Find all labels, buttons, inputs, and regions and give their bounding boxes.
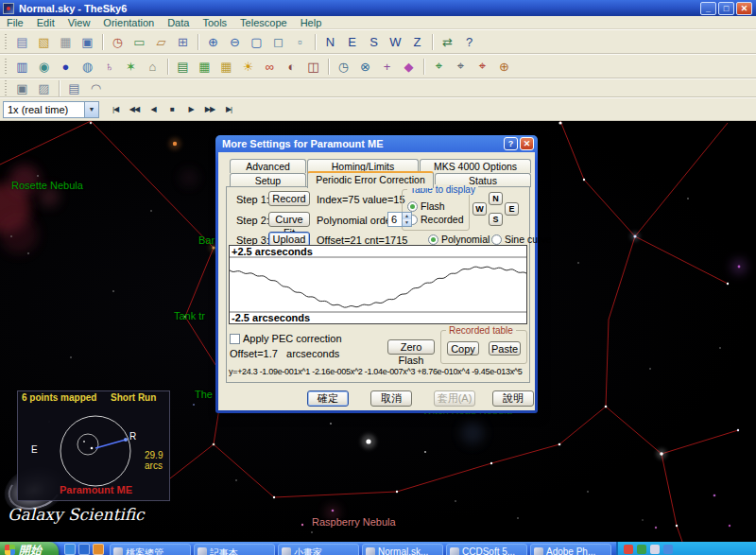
taskbar-task[interactable]: 檔案總管 (110, 544, 191, 555)
toolbar-grip[interactable] (5, 34, 7, 49)
time-stop-button[interactable]: ■ (163, 101, 180, 118)
cancel-button[interactable]: 取消 (370, 390, 412, 407)
look-north-icon[interactable]: N (320, 32, 340, 51)
menu-orientation[interactable]: Orientation (96, 17, 161, 28)
apply-button[interactable]: 套用(A) (434, 390, 475, 407)
look-zenith-icon[interactable]: Z (407, 32, 427, 51)
eclipse-icon[interactable]: ∞ (260, 57, 280, 76)
camera-icon[interactable]: ▣ (12, 78, 32, 97)
tab-setup[interactable]: Setup (230, 173, 306, 187)
ephemeris-icon[interactable]: ▦ (216, 57, 236, 76)
horizon-icon[interactable]: ⌂ (143, 57, 163, 76)
tray-network-icon[interactable] (663, 545, 673, 554)
spinner-arrows[interactable]: ▲ ▼ (402, 213, 411, 226)
jog-south-button[interactable]: S (489, 213, 503, 226)
labels-icon[interactable]: ▱ (151, 32, 171, 51)
constellations-icon[interactable]: ✶ (121, 57, 141, 76)
look-south-icon[interactable]: S (364, 32, 384, 51)
crosshair-icon[interactable]: ⊗ (355, 57, 375, 76)
tab-advanced[interactable]: Advanced (230, 159, 306, 173)
new-document-icon[interactable]: ▤ (12, 32, 32, 51)
close-button[interactable]: ✕ (736, 2, 752, 15)
spinner-up-icon[interactable]: ▲ (402, 213, 411, 219)
maximize-button[interactable]: □ (718, 2, 734, 15)
planets-icon[interactable]: ♄ (99, 57, 119, 76)
look-west-icon[interactable]: W (386, 32, 405, 51)
time-rate-combobox[interactable]: 1x (real time) ▼ (3, 101, 99, 118)
help-mode-icon[interactable]: ? (459, 32, 479, 51)
jog-north-button[interactable]: N (489, 192, 503, 205)
menu-telescope[interactable]: Telescope (233, 17, 294, 28)
moon-phase-icon[interactable]: ◐ (282, 57, 301, 76)
slew-icon[interactable]: ⌖ (472, 57, 492, 76)
tray-ime-icon[interactable] (624, 545, 633, 554)
mirror-image-icon[interactable]: ⇄ (438, 32, 457, 51)
time-rewind-button[interactable]: ◀◀ (126, 101, 143, 118)
look-east-icon[interactable]: E (342, 32, 362, 51)
open-file-icon[interactable]: ▧ (34, 32, 54, 51)
toolbar-grip[interactable] (5, 80, 7, 95)
apply-pec-checkbox[interactable] (230, 334, 240, 344)
binoculars-icon[interactable]: ◫ (303, 57, 323, 76)
reference-lines-icon[interactable]: ⊞ (173, 32, 193, 51)
menu-view[interactable]: View (61, 17, 97, 28)
polynomial-order-spinner[interactable]: 6 ▲ ▼ (387, 212, 412, 227)
curve-fit-button[interactable]: Curve Fit (268, 212, 310, 227)
focus-tools-icon[interactable]: ▤ (64, 78, 84, 97)
toolbar-grip[interactable] (5, 59, 7, 74)
polynomial-radio[interactable] (428, 234, 438, 245)
tab-mks-4000-options[interactable]: MKS 4000 Options (420, 159, 531, 173)
tray-antivirus-icon[interactable] (637, 545, 646, 554)
dialog-help-text-button[interactable]: 說明 (492, 390, 534, 407)
telescope-icon[interactable]: ⌖ (451, 57, 471, 76)
copy-button[interactable]: Copy (447, 341, 479, 356)
dialog-close-button[interactable]: ✕ (520, 137, 534, 150)
zero-flash-button[interactable]: Zero Flash (387, 339, 435, 355)
calendar-icon[interactable]: ▭ (129, 32, 149, 51)
menu-edit[interactable]: Edit (30, 17, 61, 28)
quick-launch-show-desktop-icon[interactable] (64, 544, 76, 555)
print-icon[interactable]: ▦ (56, 32, 76, 51)
record-button[interactable]: Record (268, 191, 310, 206)
time-skip-start-button[interactable]: |◀ (107, 101, 124, 118)
spinner-down-icon[interactable]: ▼ (402, 219, 411, 226)
taskbar-task[interactable]: 記事本 (194, 544, 275, 555)
time-skip-end-button[interactable]: ▶| (220, 101, 237, 118)
tray-volume-icon[interactable] (650, 545, 660, 554)
time-skip-icon[interactable]: ◷ (334, 57, 353, 76)
target-cross-icon[interactable]: + (377, 57, 397, 76)
dome-icon[interactable]: ◠ (86, 78, 106, 97)
jog-west-button[interactable]: W (472, 202, 487, 216)
combo-dropdown-icon[interactable]: ▼ (84, 102, 98, 117)
jog-east-button[interactable]: E (505, 202, 519, 216)
telescope-link-icon[interactable]: ⌖ (429, 57, 449, 76)
sync-icon[interactable]: ⊕ (494, 57, 514, 76)
time-step-back-button[interactable]: ◀ (145, 101, 162, 118)
sun-icon[interactable]: ☀ (238, 57, 258, 76)
taskbar-task[interactable]: CCDSoft 5... (446, 544, 527, 555)
photo-icon[interactable]: ◆ (399, 57, 419, 76)
copy-chart-icon[interactable]: ▣ (77, 32, 97, 51)
data-wizard-icon[interactable]: ◉ (34, 57, 54, 76)
dialog-help-button[interactable]: ? (504, 137, 518, 150)
zoom-in-icon[interactable]: ⊕ (203, 32, 223, 51)
flash-radio[interactable] (407, 201, 418, 212)
menu-data[interactable]: Data (161, 17, 196, 28)
virtual-sky-icon[interactable]: ▥ (12, 57, 32, 76)
narrow-field-icon[interactable]: ▫ (290, 32, 310, 51)
taskbar-task[interactable]: Adobe Ph... (530, 544, 611, 555)
menu-help[interactable]: Help (294, 17, 329, 28)
data-table-icon[interactable]: ▦ (195, 57, 215, 76)
dialog-titlebar[interactable]: More Settings for Paramount ME ? ✕ (218, 135, 535, 152)
earth-icon[interactable]: ◍ (77, 57, 97, 76)
zoom-box-icon[interactable]: ▢ (247, 32, 266, 51)
quick-launch-media-icon[interactable] (93, 544, 104, 555)
sine-curve-radio[interactable] (491, 234, 502, 245)
clock-icon[interactable]: ◷ (108, 32, 128, 51)
night-vision-icon[interactable]: ● (56, 57, 76, 76)
time-step-forward-button[interactable]: ▶ (182, 101, 199, 118)
minimize-button[interactable]: _ (700, 2, 716, 15)
status-chart-icon[interactable]: ▤ (173, 57, 193, 76)
menu-tools[interactable]: Tools (196, 17, 233, 28)
quick-launch-internet-icon[interactable] (78, 544, 90, 555)
